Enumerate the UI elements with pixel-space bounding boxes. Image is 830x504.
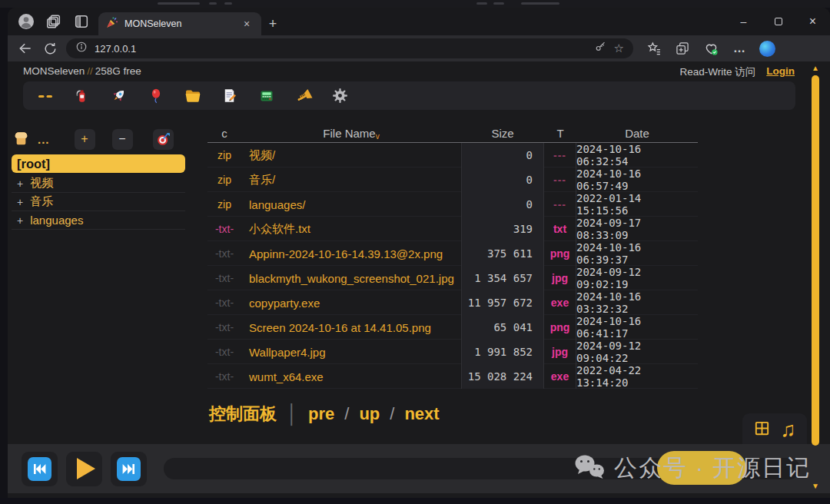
- scrollbar-thumb[interactable]: [812, 75, 819, 446]
- trumpet-icon[interactable]: [294, 86, 313, 105]
- tree-folder-link[interactable]: 视频: [30, 176, 53, 191]
- row-file-link[interactable]: 音乐/: [241, 167, 461, 192]
- password-key-icon[interactable]: [594, 41, 607, 57]
- browser-tab[interactable]: MONSeleven ×: [98, 12, 261, 35]
- row-type: ---: [544, 143, 576, 167]
- refresh-icon[interactable]: [42, 40, 58, 57]
- browser-essentials-icon[interactable]: [702, 40, 719, 57]
- control-panel-link[interactable]: 控制面板: [209, 403, 277, 426]
- dashes-icon[interactable]: [35, 86, 55, 105]
- folder-icon[interactable]: [183, 86, 202, 105]
- row-file-link[interactable]: wumt_x64.exe: [241, 364, 461, 389]
- collections-icon[interactable]: [674, 40, 691, 57]
- site-title[interactable]: MONSeleven: [23, 65, 85, 77]
- row-archive-link[interactable]: -txt-: [208, 217, 241, 241]
- address-bar[interactable]: 127.0.0.1 ☆: [66, 38, 633, 58]
- sidebar-item-root[interactable]: [root]: [12, 154, 185, 173]
- background-artifact: [521, 2, 559, 5]
- tab-title: MONSeleven: [124, 18, 234, 29]
- column-header-date[interactable]: Date: [576, 124, 698, 142]
- prev-page-link[interactable]: pre: [308, 404, 334, 424]
- row-file-link[interactable]: blackmyth_wukong_screenshot_021.jpg: [241, 266, 461, 290]
- tree-folder-link[interactable]: languages: [30, 214, 83, 227]
- row-file-link[interactable]: 视频/: [241, 143, 461, 167]
- fire-extinguisher-icon[interactable]: [72, 86, 91, 105]
- next-page-link[interactable]: next: [404, 404, 439, 424]
- gear-icon[interactable]: [330, 86, 350, 105]
- row-file-link[interactable]: languages/: [241, 192, 461, 217]
- balloon-icon[interactable]: [146, 86, 165, 105]
- window-close-button[interactable]: ×: [795, 8, 830, 35]
- new-tab-button[interactable]: +: [261, 12, 284, 35]
- scroll-up-arrow[interactable]: ▲: [809, 63, 822, 74]
- workspaces-icon[interactable]: [45, 12, 63, 31]
- browser-tab-bar: MONSeleven × + – ×: [8, 8, 830, 35]
- tree-folder-link[interactable]: 音乐: [30, 194, 53, 209]
- column-header-type[interactable]: T: [544, 124, 576, 142]
- row-archive-link[interactable]: zip: [208, 143, 241, 167]
- dart-target-button[interactable]: [153, 129, 174, 150]
- tab-close-icon[interactable]: ×: [240, 17, 254, 31]
- row-type: txt: [544, 217, 576, 241]
- collapse-all-button[interactable]: −: [112, 129, 133, 150]
- row-archive-link[interactable]: -txt-: [208, 315, 241, 340]
- window-minimize-button[interactable]: –: [726, 8, 761, 35]
- window-maximize-button[interactable]: [761, 8, 795, 35]
- tab-actions-icon[interactable]: [72, 12, 91, 31]
- profile-avatar[interactable]: [17, 12, 35, 31]
- favorites-bar-icon[interactable]: [646, 40, 662, 57]
- page-scrollbar[interactable]: ▲ ▼: [809, 63, 822, 493]
- row-date: 2022-01-14 15:15:56: [576, 192, 698, 217]
- column-header-name[interactable]: File Namev: [241, 124, 461, 142]
- bread-volume-icon[interactable]: [12, 128, 31, 151]
- settings-menu-icon[interactable]: …: [731, 40, 748, 57]
- url-text[interactable]: 127.0.0.1: [95, 43, 587, 55]
- rocket-icon[interactable]: [109, 86, 128, 105]
- site-info-icon[interactable]: [75, 41, 88, 56]
- music-note-icon[interactable]: ♫: [780, 419, 795, 440]
- row-date: 2024-10-16 06:41:17: [576, 315, 698, 340]
- play-button[interactable]: [66, 452, 102, 486]
- login-link[interactable]: Login: [766, 65, 795, 79]
- sidebar-tree-item[interactable]: + 视频: [12, 174, 185, 193]
- grid-view-icon[interactable]: [753, 419, 771, 440]
- column-header-size[interactable]: Size: [461, 124, 544, 142]
- browser-window: MONSeleven × + – × 127.0.0.1 ☆: [8, 8, 830, 498]
- sidebar-tree-item[interactable]: + languages: [12, 211, 185, 230]
- row-file-link[interactable]: copyparty.exe: [241, 290, 461, 315]
- row-type: ---: [544, 167, 576, 192]
- background-artifact: [493, 2, 504, 5]
- calculator-icon[interactable]: [257, 86, 276, 105]
- row-archive-link[interactable]: -txt-: [208, 364, 241, 389]
- up-dir-link[interactable]: up: [359, 404, 380, 424]
- expand-toggle[interactable]: +: [17, 196, 23, 208]
- favorite-star-icon[interactable]: ☆: [614, 41, 624, 55]
- column-header-c[interactable]: c: [208, 124, 241, 142]
- memo-icon[interactable]: [220, 86, 239, 105]
- row-file-link[interactable]: 小众软件.txt: [241, 217, 461, 241]
- row-file-link[interactable]: Wallpaper4.jpg: [241, 340, 461, 364]
- expand-all-button[interactable]: +: [75, 129, 95, 150]
- expand-toggle[interactable]: +: [17, 214, 23, 227]
- previous-track-button[interactable]: [22, 452, 58, 486]
- volume-dots-label[interactable]: ...: [38, 133, 50, 146]
- row-file-link[interactable]: Appinn-2024-10-16-14.39.13@2x.png: [241, 241, 461, 266]
- expand-toggle[interactable]: +: [17, 177, 23, 190]
- row-file-link[interactable]: Screen 2024-10-16 at 14.41.05.png: [241, 315, 461, 340]
- sidebar-tree-item[interactable]: + 音乐: [12, 193, 185, 211]
- next-track-button[interactable]: [111, 452, 147, 486]
- row-date: 2022-04-22 13:14:20: [576, 364, 698, 389]
- copilot-icon[interactable]: [759, 41, 775, 57]
- row-archive-link[interactable]: -txt-: [208, 241, 241, 266]
- scroll-down-arrow[interactable]: ▼: [809, 481, 822, 492]
- row-date: 2024-10-16 06:32:54: [576, 143, 698, 167]
- table-row: -txt- 小众软件.txt 319 txt 2024-09-17 08:33:…: [208, 217, 698, 241]
- seek-bar[interactable]: [164, 458, 800, 479]
- row-size: 375 611: [461, 241, 544, 266]
- back-icon[interactable]: [17, 40, 34, 57]
- row-archive-link[interactable]: -txt-: [208, 290, 241, 315]
- row-archive-link[interactable]: -txt-: [208, 266, 241, 290]
- row-archive-link[interactable]: zip: [208, 167, 241, 192]
- row-archive-link[interactable]: zip: [208, 192, 241, 217]
- row-archive-link[interactable]: -txt-: [208, 340, 241, 364]
